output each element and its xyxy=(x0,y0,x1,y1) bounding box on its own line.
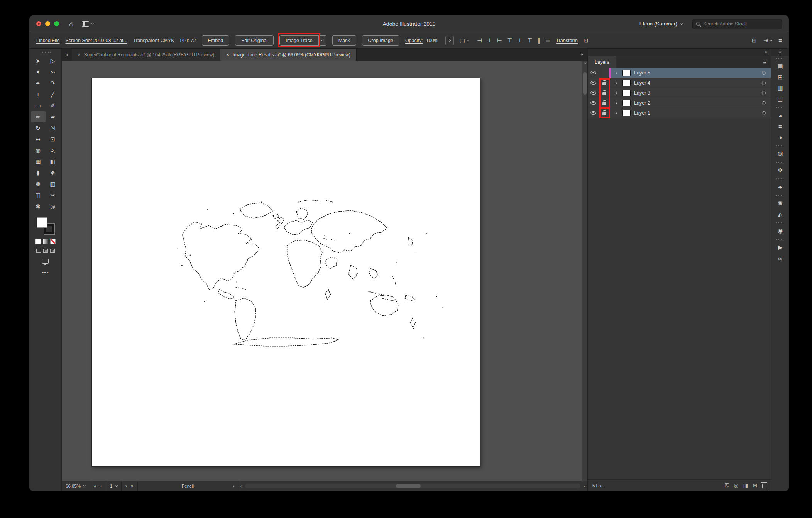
eraser-tool[interactable]: ▰ xyxy=(46,111,60,122)
layer-lock-toggle[interactable] xyxy=(599,88,609,98)
Layer 5[interactable]: Layer 5 xyxy=(588,68,771,78)
horizontal-scrollbar[interactable] xyxy=(245,484,581,488)
next-artboard-icon[interactable]: › xyxy=(125,483,127,489)
free-transform-tool[interactable]: ⊡ xyxy=(46,134,60,145)
lasso-tool[interactable]: ∾ xyxy=(46,66,60,78)
align-vertical-top-icon[interactable]: ⊤ xyxy=(507,37,512,43)
layer-visibility-toggle[interactable] xyxy=(588,68,599,78)
layer-target-icon[interactable] xyxy=(762,81,766,85)
linked-file-name[interactable]: Screen Shot 2019-08-02 at... xyxy=(65,38,127,43)
slice-tool[interactable]: ✂ xyxy=(46,190,60,201)
draw-normal-mode-button[interactable] xyxy=(36,249,41,253)
vertical-scrollbar-thumb[interactable] xyxy=(583,72,587,95)
layer-thumbnail[interactable] xyxy=(622,100,631,106)
none-button[interactable] xyxy=(50,239,56,244)
color-guide-panel-icon[interactable]: ✺ xyxy=(778,198,783,209)
align-vertical-center-icon[interactable]: ⊥ xyxy=(517,37,522,43)
distribute-vertical-icon[interactable]: ≣ xyxy=(545,37,550,43)
tab-overflow-icon[interactable] xyxy=(576,49,587,61)
fill-swatch[interactable] xyxy=(37,217,47,228)
layer-lock-toggle[interactable] xyxy=(599,78,609,88)
tab-scroll-left-icon[interactable]: « xyxy=(62,49,72,61)
graphic-styles-panel-icon[interactable]: ▥ xyxy=(777,83,783,93)
image-trace-button[interactable]: Image Trace xyxy=(279,35,318,46)
layer-name[interactable]: Layer 3 xyxy=(634,90,650,96)
mask-button[interactable]: Mask xyxy=(332,35,356,46)
new-layer-icon[interactable]: ⊞ xyxy=(753,482,757,488)
line-segment-tool[interactable]: ╱ xyxy=(46,89,60,100)
pattern-options-panel-icon[interactable]: ♣ xyxy=(778,181,782,192)
document-tab[interactable]: × ImageTrace Results.ai* @ 66.05% (CMYK/… xyxy=(220,49,357,61)
fullscreen-window-button[interactable] xyxy=(54,21,59,26)
transparency-panel-icon[interactable]: ▨ xyxy=(777,148,783,159)
expand-layer-chevron[interactable] xyxy=(611,98,621,108)
layer-visibility-toggle[interactable] xyxy=(588,88,599,98)
links-panel-icon[interactable]: ∞ xyxy=(778,253,782,264)
draw-inside-mode-button[interactable] xyxy=(50,249,55,253)
home-icon[interactable]: ⌂ xyxy=(69,20,73,27)
layer-name[interactable]: Layer 4 xyxy=(634,80,650,86)
scroll-up-icon[interactable] xyxy=(583,62,586,65)
artboard-navigation-dropdown[interactable]: 1 xyxy=(106,481,122,491)
canvas-viewport[interactable] xyxy=(62,61,587,481)
layer-lock-toggle[interactable] xyxy=(599,108,609,118)
magic-wand-tool[interactable]: ✶ xyxy=(31,66,46,78)
blend-tool[interactable]: ❖ xyxy=(46,167,60,178)
color-button[interactable] xyxy=(36,239,41,244)
last-artboard-icon[interactable]: » xyxy=(131,483,134,489)
swatches-panel-icon[interactable]: ▤ xyxy=(777,61,783,72)
stock-search-box[interactable] xyxy=(692,19,782,29)
horizontal-scrollbar-thumb[interactable] xyxy=(396,484,421,488)
close-window-button[interactable] xyxy=(36,21,41,26)
expand-layer-chevron[interactable] xyxy=(611,78,621,88)
layer-target-icon[interactable] xyxy=(762,91,766,95)
layer-name[interactable]: Layer 5 xyxy=(634,70,650,76)
first-artboard-icon[interactable]: « xyxy=(94,483,96,489)
hand-tool[interactable]: ✾ xyxy=(31,201,46,212)
locate-object-icon[interactable]: ◎ xyxy=(734,482,738,488)
expand-panels-icon[interactable]: « xyxy=(779,49,782,55)
document-tab[interactable]: × SuperContinent Remnants.ai* @ 104.25% … xyxy=(72,49,220,61)
linked-file-label[interactable]: Linked File xyxy=(36,38,59,43)
align-vertical-bottom-icon[interactable]: ⊤ xyxy=(527,37,532,43)
arrange-documents-icon[interactable]: ⊞ xyxy=(752,37,757,43)
layer-lock-toggle[interactable] xyxy=(599,98,609,108)
zoom-tool[interactable]: ◎ xyxy=(46,201,60,212)
zoom-dropdown[interactable]: 66.05% xyxy=(62,481,90,491)
delete-layer-icon[interactable] xyxy=(762,484,766,488)
edit-original-button[interactable]: Edit Original xyxy=(235,35,274,46)
collapse-panel-icon[interactable]: » xyxy=(765,49,767,55)
close-tab-icon[interactable]: × xyxy=(226,52,229,58)
actions-panel-icon[interactable]: ▶ xyxy=(778,242,783,253)
draw-behind-mode-button[interactable] xyxy=(43,249,48,253)
close-tab-icon[interactable]: × xyxy=(78,52,81,58)
layer-visibility-toggle[interactable] xyxy=(588,108,599,118)
layers-panel-tab[interactable]: Layers xyxy=(588,56,616,68)
opacity-label[interactable]: Opacity: xyxy=(405,38,423,43)
appearance-style-dropdown[interactable]: ▢ xyxy=(460,37,469,43)
make-clipping-mask-icon[interactable]: ◨ xyxy=(743,482,748,488)
control-bar-menu-icon[interactable]: ≡ xyxy=(778,37,782,43)
column-graph-tool[interactable]: ▥ xyxy=(46,178,60,190)
gradient-tool[interactable]: ◧ xyxy=(46,156,60,167)
layer-lock-toggle[interactable] xyxy=(599,68,609,78)
scale-tool[interactable]: ⇲ xyxy=(46,122,60,134)
artboard[interactable] xyxy=(92,78,480,466)
layer-target-icon[interactable] xyxy=(762,101,766,105)
layer-thumbnail[interactable] xyxy=(622,80,631,86)
shape-panel-icon[interactable]: ◭ xyxy=(778,209,783,220)
layer-name[interactable]: Layer 1 xyxy=(634,110,650,116)
collect-for-export-icon[interactable]: ⇱ xyxy=(725,482,729,488)
direct-selection-tool[interactable]: ▷ xyxy=(46,55,60,66)
opacity-value[interactable]: 100% xyxy=(426,38,438,43)
layer-thumbnail[interactable] xyxy=(622,90,631,96)
edit-toolbar-icon[interactable]: ••• xyxy=(42,269,49,276)
type-tool[interactable]: T xyxy=(31,89,46,100)
expand-layer-chevron[interactable] xyxy=(611,88,621,98)
stroke-panel-icon[interactable]: ≡ xyxy=(778,121,782,132)
eyedropper-tool[interactable]: ⧫ xyxy=(31,167,46,178)
layer-target-icon[interactable] xyxy=(762,111,766,115)
stock-search-input[interactable] xyxy=(703,21,778,27)
brushes-panel-icon[interactable]: ◕ xyxy=(778,110,782,121)
layer-thumbnail[interactable] xyxy=(622,110,631,116)
